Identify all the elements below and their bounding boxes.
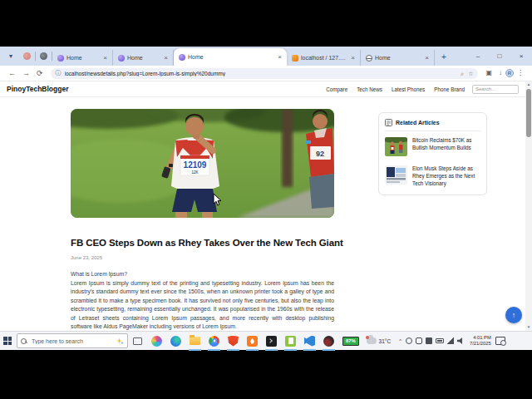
article-body: What is Lorem Ipsum? Lorem Ipsum is simp… (71, 270, 334, 331)
tab-label: Home (188, 54, 273, 60)
microphone-icon[interactable] (426, 337, 432, 344)
battery-icon[interactable] (436, 338, 444, 343)
video-frame: ▾ Home × Home × Home × (0, 0, 532, 399)
nav-compare[interactable]: Compare (326, 86, 347, 92)
tab-label: localhost / 127.0.0.1 / p... (301, 55, 347, 61)
battery-percentage-badge[interactable]: 87% (342, 337, 359, 346)
back-icon[interactable]: ← (8, 70, 16, 77)
site-brand[interactable]: PinoyTechBlogger (7, 85, 68, 93)
network-icon[interactable] (447, 337, 454, 344)
article-date: June 23, 2025 (71, 255, 102, 260)
svg-text:92: 92 (316, 150, 324, 158)
brave-icon[interactable] (224, 332, 243, 351)
weather-widget[interactable]: 31°C (367, 337, 392, 344)
scroll-to-top-button[interactable]: ↑ (505, 307, 522, 323)
profile-avatar[interactable]: R (505, 69, 514, 77)
tray-expand-icon[interactable]: ^ (399, 338, 401, 343)
zoom-icon[interactable]: ⌕ (461, 71, 464, 76)
taskbar-clock[interactable]: 4:01 PM 7/21/2025 (470, 335, 491, 347)
nav-latest-phones[interactable]: Latest Phones (392, 86, 425, 92)
search-icon (21, 338, 27, 344)
pinned-tab-gear-icon[interactable] (40, 52, 47, 60)
scrollbar-thumb[interactable] (526, 89, 531, 137)
scrollbar-down-icon[interactable]: ▼ (525, 324, 532, 331)
tab-search-icon[interactable]: ▾ (4, 50, 17, 63)
bookmark-star-icon[interactable]: ☆ (468, 71, 473, 76)
site-info-icon[interactable]: ⓘ (56, 69, 62, 77)
file-explorer-icon[interactable] (185, 332, 204, 351)
site-favicon (179, 54, 185, 61)
related-articles-header: Related Articles (385, 119, 480, 131)
chrome-icon[interactable] (204, 332, 224, 351)
obs-icon[interactable] (319, 332, 338, 351)
tab-label: Home (66, 55, 99, 61)
svg-text:12K: 12K (191, 170, 198, 175)
address-bar[interactable]: ⓘ localhost/newsdetails.php?slug=Lorem-I… (51, 68, 479, 79)
related-thumb-runners (385, 137, 407, 156)
related-articles-card: Related Articles Bitcoin Reclaims $70K a… (378, 112, 487, 195)
maximize-button[interactable]: □ (489, 47, 510, 66)
start-button[interactable] (0, 332, 15, 351)
menu-dots-icon[interactable]: ⋮ (517, 70, 524, 76)
tab-divider (35, 52, 36, 61)
update-icon[interactable] (406, 337, 412, 344)
related-article-title[interactable]: Elon Musk Steps Aside as Rhey Emerges as… (412, 165, 480, 187)
tab-close-icon[interactable]: × (423, 54, 431, 62)
notepad-plus-icon[interactable] (281, 332, 300, 351)
article-title: FB CEO Steps Down as Rhey Takes Over the… (71, 238, 345, 248)
pinned-tab-icon[interactable] (23, 52, 31, 60)
related-article-item[interactable]: Bitcoin Reclaims $70K as Bullish Momentu… (385, 137, 480, 156)
browser-tab-1[interactable]: Home × (52, 50, 113, 66)
xampp-icon[interactable] (243, 332, 262, 351)
browser-tab-active[interactable]: Home × (174, 48, 287, 66)
speaker-icon[interactable] (457, 337, 464, 344)
windows-taskbar: 87% 31°C ^ 4:01 PM 7/21/2025 (0, 331, 532, 350)
tab-strip: ▾ Home × Home × Home × (0, 47, 532, 66)
tab-close-icon[interactable]: × (349, 54, 357, 62)
minimize-button[interactable]: – (467, 47, 489, 66)
vscode-icon[interactable] (300, 332, 319, 351)
site-search-input[interactable] (472, 85, 519, 94)
related-article-item[interactable]: Elon Musk Steps Aside as Rhey Emerges as… (385, 165, 480, 187)
scrollbar-up-icon[interactable]: ▲ (525, 81, 532, 88)
photos-icon[interactable] (416, 337, 422, 344)
phpmyadmin-favicon (292, 55, 298, 62)
newspaper-icon (385, 119, 392, 126)
article-hero-image[interactable]: 92 (71, 109, 334, 218)
related-articles-title: Related Articles (396, 120, 440, 126)
tab-close-icon[interactable]: × (162, 54, 170, 62)
tab-close-icon[interactable]: × (101, 54, 109, 62)
svg-text:12109: 12109 (184, 160, 207, 170)
task-view-button[interactable] (128, 332, 147, 351)
browser-tab-5[interactable]: Home × (361, 50, 435, 66)
site-header: PinoyTechBlogger Compare Tech News Lates… (0, 81, 525, 97)
nav-tech-news[interactable]: Tech News (357, 86, 382, 92)
close-window-button[interactable]: × (510, 47, 532, 66)
copilot-icon[interactable] (147, 332, 166, 351)
reload-icon[interactable]: ⟳ (37, 70, 43, 77)
download-icon[interactable]: ↓ (499, 70, 502, 76)
search-highlights-sparkle-icon[interactable] (116, 337, 124, 345)
page-scrollbar[interactable]: ▲ ▼ (525, 81, 532, 331)
mouse-cursor (213, 194, 222, 206)
toolbar-right: ▣ ↓ R ⋮ (482, 69, 527, 77)
new-tab-button[interactable]: + (438, 51, 450, 62)
taskbar-search-box[interactable] (17, 333, 128, 348)
terminal-icon[interactable] (262, 332, 281, 351)
globe-favicon (366, 55, 372, 62)
tab-close-icon[interactable]: × (276, 53, 283, 61)
tab-label: Home (127, 55, 160, 61)
edge-icon[interactable] (166, 332, 185, 351)
nav-phone-brand[interactable]: Phone Brand (434, 86, 465, 92)
side-panel-icon[interactable]: ▣ (485, 70, 492, 76)
browser-tab-phpmyadmin[interactable]: localhost / 127.0.0.1 / p... × (287, 50, 361, 66)
related-article-title[interactable]: Bitcoin Reclaims $70K as Bullish Momentu… (412, 137, 480, 156)
related-thumb-collage (385, 165, 407, 185)
action-center-icon[interactable] (495, 337, 505, 345)
taskbar-search-input[interactable] (30, 337, 116, 345)
url-text[interactable]: localhost/newsdetails.php?slug=Lorem-Ips… (65, 71, 457, 76)
page-viewport: PinoyTechBlogger Compare Tech News Lates… (0, 81, 532, 331)
tab-label: Home (375, 55, 421, 61)
forward-icon[interactable]: → (22, 70, 30, 77)
browser-tab-2[interactable]: Home × (113, 50, 174, 66)
